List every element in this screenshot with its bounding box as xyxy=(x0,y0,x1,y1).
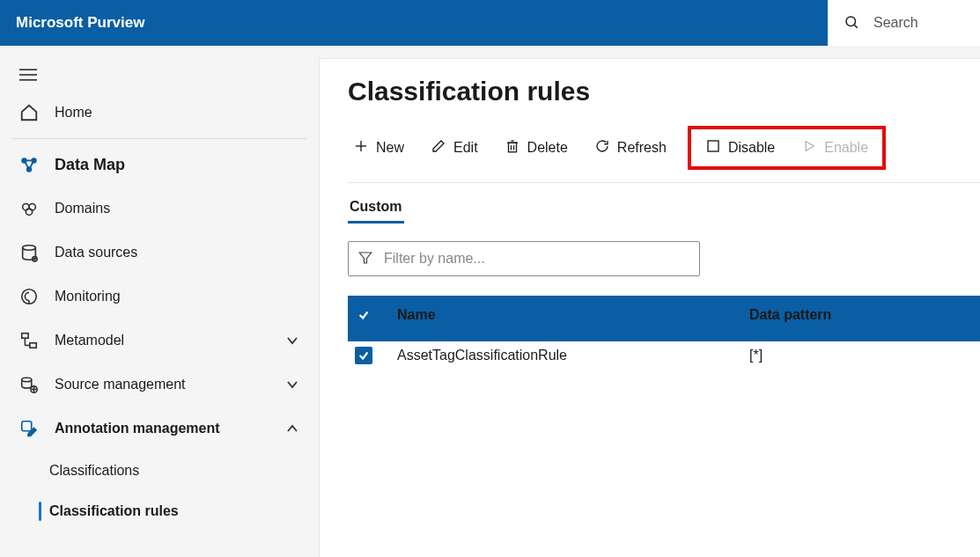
nav-home[interactable]: Home xyxy=(0,91,319,135)
search-icon xyxy=(844,14,859,33)
chevron-up-icon xyxy=(285,421,299,436)
enable-button: Enable xyxy=(796,135,873,161)
refresh-label: Refresh xyxy=(617,140,667,156)
svg-line-1 xyxy=(854,25,857,27)
nav-source-management[interactable]: Source management xyxy=(0,363,319,407)
disable-button[interactable]: Disable xyxy=(700,135,780,161)
nav-metamodel-label: Metamodel xyxy=(55,333,124,348)
svg-rect-36 xyxy=(708,141,718,151)
filter-wrap[interactable] xyxy=(348,241,700,276)
nav-annotation-management[interactable]: Annotation management xyxy=(0,407,319,451)
search-input[interactable] xyxy=(872,14,969,32)
nav-classification-rules[interactable]: Classification rules xyxy=(0,491,319,531)
divider xyxy=(12,138,306,139)
sidebar: Home Data Map Domains Data sources xyxy=(0,46,319,557)
row-pattern: [*] xyxy=(749,348,980,363)
play-icon xyxy=(801,138,817,158)
svg-rect-20 xyxy=(22,333,28,339)
annotation-management-icon xyxy=(19,419,39,438)
nav-classifications[interactable]: Classifications xyxy=(0,451,319,491)
nav-data-map-label: Data Map xyxy=(55,156,125,174)
row-checkbox[interactable] xyxy=(355,347,372,364)
svg-rect-31 xyxy=(508,143,516,152)
tab-custom-label: Custom xyxy=(350,199,402,214)
toolbar: New Edit Delete Refresh Disable xyxy=(348,126,980,183)
square-icon xyxy=(705,138,721,158)
filter-icon xyxy=(357,250,373,268)
highlight-box: Disable Enable xyxy=(688,126,886,170)
table-header-row: Name Data pattern xyxy=(348,296,980,341)
rules-table: Name Data pattern AssetTagClassification… xyxy=(348,296,980,373)
nav-data-map[interactable]: Data Map xyxy=(0,143,319,187)
svg-point-24 xyxy=(22,377,32,382)
select-all-checkbox[interactable] xyxy=(355,306,372,324)
refresh-button[interactable]: Refresh xyxy=(589,135,672,161)
metamodel-icon xyxy=(19,331,39,350)
nav-domains-label: Domains xyxy=(55,201,110,216)
svg-point-13 xyxy=(26,209,32,215)
svg-line-8 xyxy=(25,162,28,167)
svg-rect-21 xyxy=(30,343,36,348)
chevron-down-icon xyxy=(285,377,299,392)
data-sources-icon xyxy=(19,243,39,262)
svg-marker-38 xyxy=(359,253,372,263)
nav-home-label: Home xyxy=(55,105,92,121)
table-row[interactable]: AssetTagClassificationRule [*] xyxy=(348,341,980,373)
domains-icon xyxy=(19,199,39,218)
svg-line-9 xyxy=(30,162,33,167)
row-name: AssetTagClassificationRule xyxy=(397,348,749,363)
svg-point-7 xyxy=(26,166,32,172)
delete-label: Delete xyxy=(527,140,568,156)
hamburger-button[interactable] xyxy=(0,56,319,91)
home-icon xyxy=(19,103,39,122)
trash-icon xyxy=(505,138,520,158)
svg-marker-37 xyxy=(806,142,814,151)
nav-annotation-management-label: Annotation management xyxy=(55,421,220,436)
svg-point-6 xyxy=(31,158,36,163)
new-button[interactable]: New xyxy=(348,135,409,161)
svg-point-5 xyxy=(21,158,26,163)
edit-label: Edit xyxy=(453,140,478,156)
source-management-icon xyxy=(19,375,39,394)
tab-custom[interactable]: Custom xyxy=(348,195,404,224)
nav-data-sources[interactable]: Data sources xyxy=(0,231,319,275)
brand-title: Microsoft Purview xyxy=(16,14,144,32)
svg-point-14 xyxy=(23,246,36,251)
page-title: Classification rules xyxy=(348,77,980,106)
enable-label: Enable xyxy=(824,140,868,156)
nav-classification-rules-label: Classification rules xyxy=(49,503,179,519)
plus-icon xyxy=(353,138,369,158)
svg-rect-28 xyxy=(22,421,32,431)
svg-point-0 xyxy=(846,17,856,26)
nav-domains[interactable]: Domains xyxy=(0,187,319,231)
tabs: Custom xyxy=(348,183,980,224)
search-box[interactable] xyxy=(828,0,980,46)
delete-button[interactable]: Delete xyxy=(499,135,573,161)
app-header: Microsoft Purview xyxy=(0,0,980,46)
nav-source-management-label: Source management xyxy=(55,377,186,392)
nav-metamodel[interactable]: Metamodel xyxy=(0,319,319,363)
nav-classifications-label: Classifications xyxy=(49,463,139,479)
refresh-icon xyxy=(594,138,610,158)
pencil-icon xyxy=(431,138,446,158)
main-panel: Classification rules New Edit Delete Ref… xyxy=(319,58,980,557)
col-header-name: Name xyxy=(397,307,749,323)
new-label: New xyxy=(376,140,404,156)
nav-data-sources-label: Data sources xyxy=(55,245,137,260)
col-header-pattern: Data pattern xyxy=(749,307,980,323)
nav-monitoring[interactable]: Monitoring xyxy=(0,275,319,319)
nav-monitoring-label: Monitoring xyxy=(55,289,121,304)
disable-label: Disable xyxy=(728,140,775,156)
datamap-icon xyxy=(19,155,39,174)
edit-button[interactable]: Edit xyxy=(425,135,483,161)
monitoring-icon xyxy=(19,287,39,306)
chevron-down-icon xyxy=(285,333,299,348)
filter-input[interactable] xyxy=(382,250,699,268)
